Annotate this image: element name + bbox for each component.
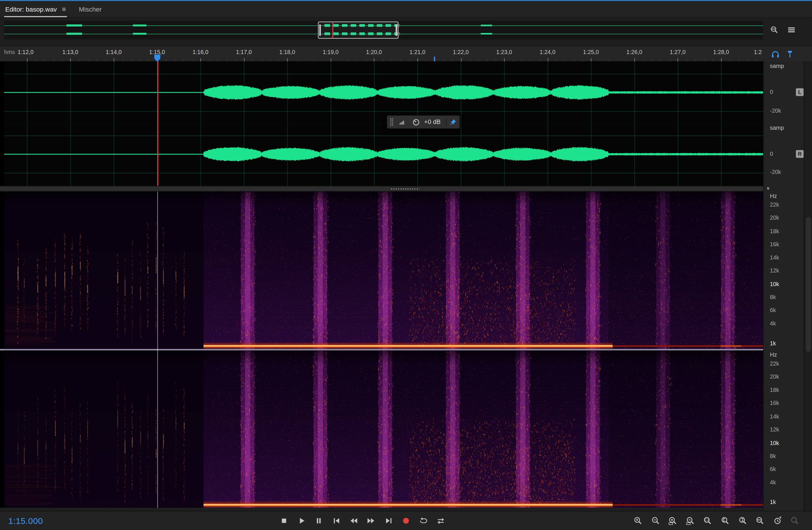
zoom-full-button[interactable] xyxy=(753,514,767,528)
frequency-label: 1k xyxy=(770,340,776,346)
gain-value-label[interactable]: +0 dB xyxy=(424,118,441,126)
frequency-label: 14k xyxy=(770,413,779,420)
zoom-out-vertical-button[interactable] xyxy=(684,514,697,528)
level-meter-icon xyxy=(398,118,406,126)
playhead-line-spectral[interactable] xyxy=(157,191,158,508)
zoom-selection-left-handle[interactable] xyxy=(319,24,321,36)
amplitude-low-label: -20k xyxy=(770,108,781,114)
frequency-label: 1k xyxy=(770,499,776,505)
record-icon xyxy=(401,516,411,526)
playhead-line-waveform[interactable] xyxy=(157,61,158,186)
play-button[interactable] xyxy=(295,514,308,528)
ruler-tick xyxy=(114,58,114,61)
gain-knob-icon[interactable] xyxy=(410,116,422,128)
zoom-in-button[interactable] xyxy=(632,514,645,528)
amplitude-unit-label: samp xyxy=(770,63,784,69)
panel-options-icon xyxy=(786,25,796,34)
frequency-label: 10k xyxy=(770,440,779,446)
ruler-tick xyxy=(417,58,418,61)
pause-icon xyxy=(314,516,324,526)
ruler-tick xyxy=(331,58,331,61)
pin-marker-icon[interactable] xyxy=(784,48,796,60)
ruler-time-label: 1:27,0 xyxy=(670,49,686,55)
panel-menu-icon[interactable]: ≡ xyxy=(62,1,66,18)
record-button[interactable] xyxy=(400,514,413,528)
zoom-selection-right-handle[interactable] xyxy=(396,24,397,36)
ruler-time-label: 1:15,0 xyxy=(149,49,165,55)
zoom-out-point-button[interactable] xyxy=(736,514,750,528)
zoom-out-icon xyxy=(650,516,661,526)
frequency-unit-label: Hz xyxy=(770,193,777,199)
zoom-reset-button xyxy=(788,514,802,528)
zoom-full-icon xyxy=(755,516,766,526)
frequency-label: 18k xyxy=(770,228,779,234)
level-meter-icon xyxy=(396,116,408,128)
ruler-tick xyxy=(721,58,722,61)
ruler-time-label: 1:18,0 xyxy=(279,49,295,55)
headphones-icon[interactable] xyxy=(769,48,781,60)
zoom-in-vertical-icon xyxy=(668,516,678,526)
skip-to-start-button[interactable] xyxy=(330,514,343,528)
ruler-tick xyxy=(244,58,245,61)
tab-editor[interactable]: Editor: basop.wav≡ xyxy=(5,1,66,18)
stop-button[interactable] xyxy=(277,514,291,528)
frequency-label: 14k xyxy=(770,254,779,261)
skip-to-end-icon xyxy=(383,516,394,526)
zoom-selection-button[interactable] xyxy=(701,514,715,528)
amplitude-low-label: -20k xyxy=(770,169,781,175)
hud-grip-icon[interactable] xyxy=(390,118,394,126)
ruler-time-label: 1:20,0 xyxy=(366,49,382,55)
ruler-time-label: 1:13,0 xyxy=(62,49,78,55)
timeline-ruler[interactable]: hms 1:12,01:13,01:14,01:15,01:16,01:17,0… xyxy=(0,46,763,61)
ruler-time-label: 1:26,0 xyxy=(626,49,642,55)
skip-to-end-button[interactable] xyxy=(382,514,396,528)
tab-mixer[interactable]: Mischer xyxy=(79,1,102,18)
ruler-time-label: 1:17,0 xyxy=(236,49,252,55)
ruler-tick xyxy=(27,58,27,61)
loop-button[interactable] xyxy=(417,514,430,528)
spectral-canvas-left[interactable] xyxy=(4,191,763,349)
fast-forward-button[interactable] xyxy=(364,514,378,528)
waveform-canvas[interactable] xyxy=(4,61,763,186)
zoom-out-button[interactable] xyxy=(649,514,662,528)
pause-button[interactable] xyxy=(312,514,326,528)
amplitude-zero-label: 0 xyxy=(770,89,773,95)
ruler-right-controls xyxy=(763,46,812,61)
splitter-grip-icon xyxy=(390,188,420,190)
skip-to-start-icon xyxy=(331,516,342,526)
scrollbar-thumb[interactable] xyxy=(806,217,811,352)
current-time-display[interactable]: 1:15.000 xyxy=(9,516,43,526)
frequency-label: 22k xyxy=(770,360,779,367)
overview-zoom-selection[interactable] xyxy=(318,22,399,39)
ruler-tick xyxy=(548,58,548,61)
timer-button[interactable] xyxy=(771,514,785,528)
gain-hud[interactable]: +0 dB xyxy=(387,115,460,129)
tab-mixer-label: Mischer xyxy=(79,6,102,13)
swap-arrows-button[interactable] xyxy=(434,514,448,528)
stop-icon xyxy=(279,516,289,526)
frequency-label: 16k xyxy=(770,400,779,406)
zoom-in-icon xyxy=(633,516,643,526)
vertical-scrollbar[interactable] xyxy=(803,61,812,511)
zoom-in-point-button[interactable] xyxy=(719,514,732,528)
frequency-label: 10k xyxy=(770,281,779,287)
ruler-time-label: 1:12,0 xyxy=(18,49,33,55)
panel-options-icon[interactable] xyxy=(785,24,797,35)
zoom-selection-icon xyxy=(702,516,713,526)
ruler-time-label: 1:21,0 xyxy=(409,49,425,55)
collapse-triangle-icon[interactable]: ▼ xyxy=(766,186,770,191)
spectral-canvas-right[interactable] xyxy=(4,350,763,508)
channel-badge-l[interactable]: L xyxy=(796,88,803,96)
navigate-zoom-icon[interactable] xyxy=(768,24,780,35)
status-bar: 1:15.000 xyxy=(0,511,812,530)
rewind-button[interactable] xyxy=(347,514,361,528)
ruler-time-label: 1:24,0 xyxy=(539,49,555,55)
channel-badge-r[interactable]: R xyxy=(796,150,803,158)
frequency-label: 4k xyxy=(770,320,776,327)
view-splitter[interactable] xyxy=(0,186,803,191)
pushpin-icon[interactable] xyxy=(446,118,457,126)
ruler-time-label-clipped: 1:2 xyxy=(754,49,762,55)
ruler-time-label: 1:23,0 xyxy=(496,49,512,55)
zoom-in-vertical-button[interactable] xyxy=(666,514,680,528)
play-icon xyxy=(296,516,307,526)
